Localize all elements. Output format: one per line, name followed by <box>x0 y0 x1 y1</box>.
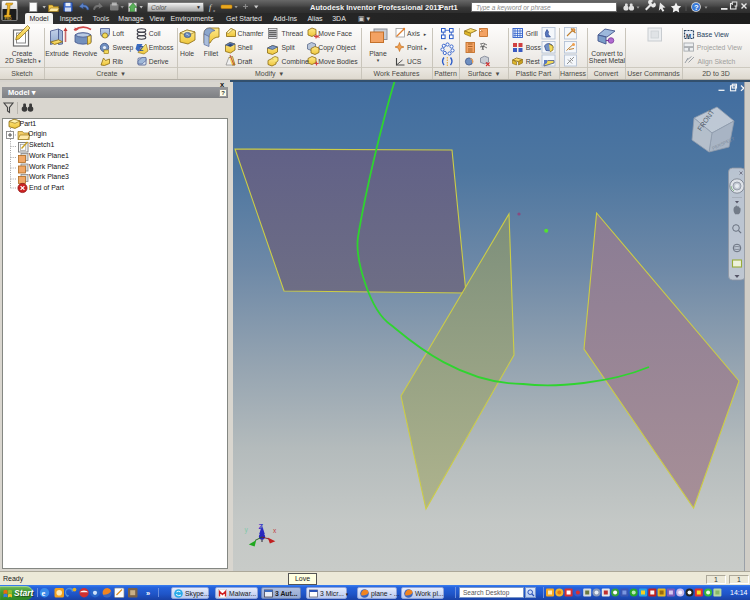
svg-text:?: ? <box>694 3 699 12</box>
svg-text:M: M <box>686 33 691 39</box>
svg-text:Z: Z <box>139 45 144 52</box>
svg-text:»: » <box>146 589 150 598</box>
svg-text:e: e <box>42 588 46 598</box>
svg-text:x: x <box>212 8 216 13</box>
svg-text:Z: Z <box>259 522 264 531</box>
svg-text:PRO: PRO <box>5 17 12 21</box>
svg-text:x: x <box>273 527 277 534</box>
svg-text:y: y <box>245 526 249 534</box>
